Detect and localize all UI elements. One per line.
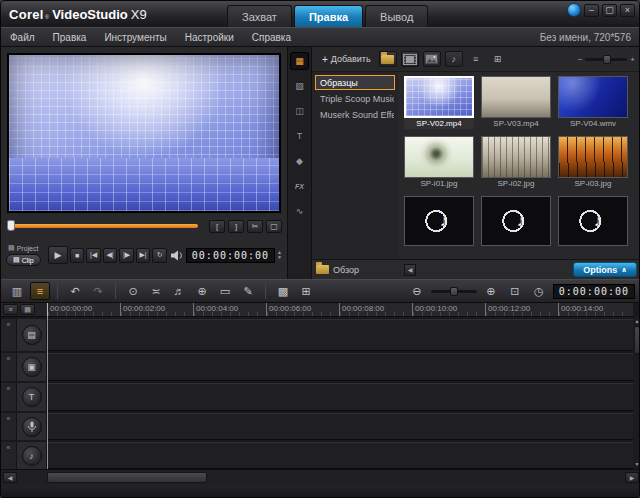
grid-scroll-left-icon[interactable]: ◀ <box>404 264 416 276</box>
scroll-left-icon[interactable]: ◀ <box>3 472 17 483</box>
audio-filter-icon[interactable]: ♪ <box>445 51 463 67</box>
overlay-track-header[interactable]: ▣ <box>17 353 47 381</box>
project-clip-toggle[interactable]: ▤ Project ▤ Clip <box>6 244 44 266</box>
tab-edit[interactable]: Правка <box>294 5 363 27</box>
play-button[interactable]: ▶ <box>48 246 68 264</box>
track-collapse-icon[interactable]: « <box>1 383 17 411</box>
multi-trim-icon[interactable]: ▩ <box>273 282 293 300</box>
go-start-button[interactable]: |◀ <box>86 248 101 263</box>
folder-triple-scoop[interactable]: Triple Scoop Music <box>315 91 395 106</box>
motion-path-category-icon[interactable]: ∿ <box>290 202 309 220</box>
folder-muserk[interactable]: Muserk Sound Effect <box>315 107 395 122</box>
timeline-zoom-handle[interactable] <box>450 287 458 296</box>
video-track-lane[interactable] <box>47 319 633 351</box>
audio-thumbnail[interactable]: ♪ <box>404 196 474 246</box>
menu-file[interactable]: Файл <box>1 28 44 46</box>
tab-share[interactable]: Вывод <box>365 5 428 27</box>
library-item[interactable]: ♪ <box>558 196 628 246</box>
options-button[interactable]: Options ∧ <box>573 262 637 277</box>
track-collapse-icon[interactable]: « <box>1 413 17 440</box>
media-category-icon[interactable]: ▦ <box>290 52 309 70</box>
folder-samples[interactable]: Образцы <box>315 75 395 90</box>
voice-track-header[interactable] <box>17 413 47 440</box>
list-view-icon[interactable]: ≡ <box>467 51 485 67</box>
spin-down-icon[interactable]: ▼ <box>277 255 282 260</box>
music-track-icon[interactable]: ♪ <box>22 446 42 466</box>
voice-track-icon[interactable] <box>22 417 42 437</box>
zoom-minus-icon[interactable]: − <box>578 55 583 64</box>
menu-edit[interactable]: Правка <box>44 28 96 46</box>
next-frame-button[interactable]: |▶ <box>119 248 134 263</box>
scroll-right-icon[interactable]: ▶ <box>625 472 639 483</box>
music-track-header[interactable]: ♪ <box>17 442 47 469</box>
thumbnail-zoom-slider[interactable] <box>585 58 627 61</box>
image-thumbnail[interactable] <box>558 136 628 178</box>
subtitle-editor-icon[interactable]: ▭ <box>215 282 235 300</box>
overlay-track-icon[interactable]: ▣ <box>22 357 42 377</box>
tab-capture[interactable]: Захват <box>227 5 292 27</box>
video-track-icon[interactable]: ▤ <box>22 325 42 345</box>
add-folder-button[interactable]: + Добавить <box>318 52 375 67</box>
library-item[interactable]: SP-i03.jpg <box>558 136 628 189</box>
library-item[interactable]: SP-i02.jpg <box>481 136 551 189</box>
import-media-icon[interactable] <box>379 51 397 67</box>
split-clip-icon[interactable]: ✂ <box>247 220 263 233</box>
library-item[interactable]: ♪ <box>404 196 474 246</box>
timeline-ruler[interactable]: 00:00:00:00 00:00:02:00 00:00:04:00 00:0… <box>47 303 633 317</box>
filter-category-icon[interactable]: FX <box>290 177 309 195</box>
preview-video[interactable] <box>7 53 281 213</box>
track-list-icon[interactable]: ≡ <box>3 304 18 315</box>
overlay-track-lane[interactable] <box>47 353 633 381</box>
zoom-in-icon[interactable]: ⊕ <box>481 282 501 300</box>
ripple-edit-icon[interactable]: ▤ <box>20 304 35 315</box>
redo-icon[interactable]: ↷ <box>88 282 108 300</box>
help-icon[interactable] <box>567 3 581 17</box>
prev-frame-button[interactable]: ◀| <box>103 248 118 263</box>
menu-tools[interactable]: Инструменты <box>95 28 175 46</box>
timecode-spinner[interactable]: ▲ ▼ <box>277 250 282 260</box>
video-thumbnail[interactable] <box>404 76 474 118</box>
zoom-plus-icon[interactable]: + <box>630 55 635 64</box>
library-item[interactable]: SP-V03.mp4 <box>481 76 551 129</box>
painting-creator-icon[interactable]: ✎ <box>238 282 258 300</box>
timeline-horizontal-scrollbar[interactable]: ◀ ▶ <box>1 469 640 485</box>
library-item[interactable]: SP-V04.wmv <box>558 76 628 129</box>
library-item[interactable]: SP-V02.mp4 <box>404 76 474 129</box>
track-collapse-icon[interactable]: « <box>1 319 17 351</box>
enlarge-preview-icon[interactable]: ▢ <box>266 220 282 233</box>
storyboard-view-icon[interactable]: ▥ <box>7 282 27 300</box>
title-track-lane[interactable] <box>47 383 633 411</box>
project-duration-icon[interactable]: ◷ <box>529 282 549 300</box>
menu-help[interactable]: Справка <box>243 28 300 46</box>
image-thumbnail[interactable] <box>481 136 551 178</box>
repeat-button[interactable]: ↻ <box>152 248 167 263</box>
photo-filter-icon[interactable] <box>423 51 441 67</box>
timeline-zoom-slider[interactable] <box>431 290 477 293</box>
mark-in-button[interactable]: [ <box>209 220 225 233</box>
menu-settings[interactable]: Настройки <box>176 28 243 46</box>
close-button[interactable]: × <box>620 4 635 17</box>
grid-view-icon[interactable]: ⊞ <box>489 51 507 67</box>
audio-thumbnail[interactable]: ♪ <box>481 196 551 246</box>
track-manager-icon[interactable]: ⊞ <box>296 282 316 300</box>
library-item[interactable]: SP-i01.jpg <box>404 136 474 189</box>
image-thumbnail[interactable] <box>404 136 474 178</box>
video-thumbnail[interactable] <box>558 76 628 118</box>
record-snapshot-icon[interactable]: ⊙ <box>123 282 143 300</box>
library-item[interactable]: ♪ <box>481 196 551 246</box>
clip-mode-button[interactable]: ▤ Clip <box>6 254 41 266</box>
scrubber-bar[interactable] <box>9 224 198 228</box>
voice-track-lane[interactable] <box>47 413 633 440</box>
go-end-button[interactable]: ▶| <box>136 248 151 263</box>
track-collapse-icon[interactable]: « <box>1 353 17 381</box>
auto-music-icon[interactable]: ♬ <box>169 282 189 300</box>
playhead-line[interactable] <box>47 303 48 469</box>
browse-button[interactable]: Обзор <box>316 265 359 275</box>
graphic-category-icon[interactable]: ◆ <box>290 152 309 170</box>
undo-icon[interactable]: ↶ <box>65 282 85 300</box>
stop-button[interactable]: ■ <box>70 248 85 263</box>
minimize-button[interactable]: – <box>584 4 599 17</box>
motion-tracking-icon[interactable]: ⊕ <box>192 282 212 300</box>
instant-project-icon[interactable]: ▧ <box>290 77 309 95</box>
maximize-button[interactable]: ▢ <box>602 4 617 17</box>
